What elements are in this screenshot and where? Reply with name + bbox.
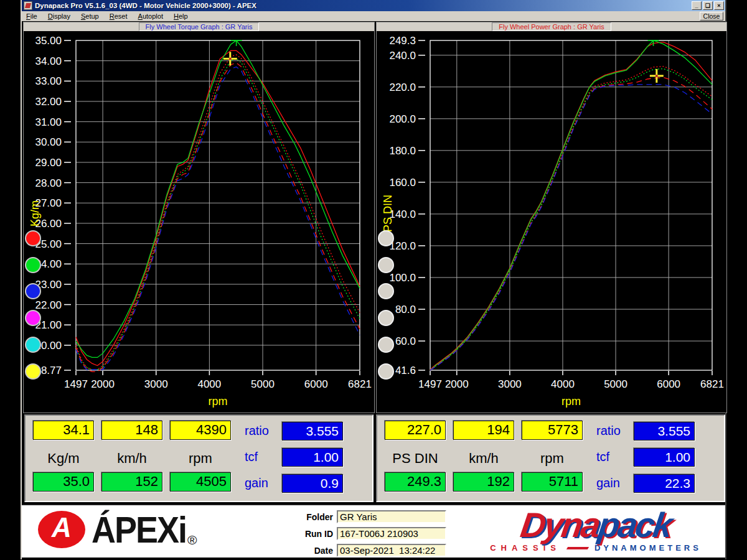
date-label: Date — [289, 546, 333, 556]
run-color-button-2[interactable] — [378, 257, 394, 273]
torque-graph-panel: Fly Wheel Torque Graph : GR Yaris 35.003… — [23, 22, 375, 413]
close-window-button[interactable]: × — [714, 1, 724, 10]
svg-text:4000: 4000 — [197, 378, 221, 390]
power-readout-panel: 227.0 194 5773 PS DIN km/h rpm 249.3 192… — [376, 414, 725, 502]
svg-text:6821: 6821 — [348, 378, 372, 390]
run-color-button-3[interactable] — [25, 283, 41, 299]
apexi-mark-icon: A — [38, 511, 85, 548]
power-run-color-buttons — [378, 22, 397, 413]
ratio-value: 3.555 — [282, 422, 343, 441]
svg-text:3000: 3000 — [498, 378, 522, 390]
run-color-button-1[interactable] — [378, 230, 394, 246]
menu-help[interactable]: Help — [169, 11, 192, 21]
minimize-button[interactable]: _ — [692, 1, 702, 10]
power-graph-panel: Fly Wheel Power Graph : GR Yaris 249.324… — [376, 22, 727, 413]
dynapack-dynamometers-text: DYNAMOMETERS — [594, 543, 702, 553]
menu-autoplot[interactable]: Autoplot — [134, 11, 167, 21]
rpm-unit-label: rpm — [170, 450, 231, 467]
torque-run-color-buttons — [25, 22, 44, 413]
run-color-button-5[interactable] — [25, 337, 41, 353]
run-id-input[interactable] — [337, 527, 446, 540]
dynapack-word-pack: pack — [596, 505, 673, 544]
speed-peak-value: 192 — [453, 472, 514, 492]
run-color-button-3[interactable] — [378, 283, 394, 299]
svg-text:6000: 6000 — [657, 378, 680, 390]
restore-button[interactable]: ❏ — [703, 1, 713, 10]
svg-text:1497: 1497 — [64, 378, 88, 390]
menu-file[interactable]: File — [22, 11, 42, 21]
tcf-label: tcf — [596, 450, 609, 464]
menu-reset[interactable]: Reset — [105, 11, 132, 21]
close-button[interactable]: Close — [700, 12, 723, 21]
run-info-fields: Folder Run ID Date — [289, 505, 451, 558]
window-title: Dynapack Pro V5.1.6_03 (4WD - Motor Vehi… — [35, 0, 256, 11]
readout-row: 34.1 148 4390 Kg/m km/h rpm 35.0 152 450… — [22, 414, 725, 504]
speed-unit-label: km/h — [101, 450, 162, 467]
power-peak-value: 249.3 — [385, 472, 446, 492]
dynapack-divider — [566, 547, 589, 549]
tcf-value: 1.00 — [282, 448, 343, 467]
tcf-value: 1.00 — [634, 448, 695, 467]
power-cursor-value: 227.0 — [385, 421, 446, 440]
svg-text:3000: 3000 — [144, 378, 168, 390]
power-graph-title: Fly Wheel Power Graph : GR Yaris — [377, 22, 726, 31]
svg-text:60.0: 60.0 — [395, 335, 416, 347]
rpm-cursor-value: 4390 — [170, 421, 231, 440]
svg-text:6821: 6821 — [700, 378, 724, 390]
torque-readout-panel: 34.1 148 4390 Kg/m km/h rpm 35.0 152 450… — [24, 414, 374, 502]
gain-label: gain — [245, 476, 268, 490]
graphs-area: Fly Wheel Torque Graph : GR Yaris 35.003… — [22, 21, 725, 414]
svg-text:rpm: rpm — [561, 395, 581, 408]
power-unit-label: PS DIN — [385, 450, 446, 467]
speed-cursor-value: 194 — [453, 421, 514, 440]
ratio-label: ratio — [245, 424, 269, 438]
screen: Dynapack Pro V5.1.6_03 (4WD - Motor Vehi… — [0, 0, 747, 560]
run-color-button-1[interactable] — [25, 230, 41, 246]
torque-plot[interactable]: 35.0034.0033.0032.0031.0030.0029.0028.00… — [24, 32, 374, 413]
run-color-button-5[interactable] — [378, 337, 394, 353]
dynapack-logo: Dynapack CHASSIS DYNAMOMETERS — [474, 508, 718, 553]
power-plot[interactable]: 249.3240.0220.0200.0180.0160.0140.0120.0… — [377, 32, 726, 413]
title-bar: Dynapack Pro V5.1.6_03 (4WD - Motor Vehi… — [22, 0, 725, 11]
torque-graph-title: Fly Wheel Torque Graph : GR Yaris — [24, 22, 374, 31]
rpm-peak-value: 5711 — [522, 472, 583, 492]
svg-text:5000: 5000 — [604, 378, 627, 390]
run-color-button-4[interactable] — [378, 310, 394, 326]
registered-mark: ® — [187, 533, 197, 548]
menu-display[interactable]: Display — [44, 11, 75, 21]
run-color-button-2[interactable] — [25, 257, 41, 273]
app-icon — [24, 1, 32, 10]
svg-text:41.6: 41.6 — [395, 365, 416, 376]
gain-value: 0.9 — [282, 474, 343, 493]
torque-cursor-value: 34.1 — [33, 421, 94, 440]
run-id-label: Run ID — [289, 529, 333, 539]
ratio-value: 3.555 — [634, 422, 695, 441]
svg-text:1497: 1497 — [418, 378, 442, 390]
svg-text:rpm: rpm — [209, 395, 228, 408]
folder-label: Folder — [289, 512, 333, 522]
gain-label: gain — [596, 476, 620, 490]
torque-unit-label: Kg/m — [33, 450, 94, 467]
footer: A ÁPEXi ® Folder Run ID Date Dynapack CH… — [22, 504, 725, 558]
svg-text:4000: 4000 — [551, 378, 575, 390]
menu-bar: File Display Setup Reset Autoplot Help C… — [22, 11, 725, 22]
apexi-logo: A ÁPEXi ® — [38, 510, 197, 549]
svg-text:80.0: 80.0 — [395, 304, 416, 315]
gain-value: 22.3 — [634, 474, 695, 493]
run-color-button-6[interactable] — [378, 363, 394, 380]
folder-input[interactable] — [337, 510, 446, 523]
rpm-unit-label: rpm — [522, 450, 583, 467]
ratio-label: ratio — [596, 424, 621, 438]
svg-text:6000: 6000 — [304, 378, 328, 390]
run-color-button-6[interactable] — [25, 363, 41, 380]
speed-cursor-value: 148 — [101, 421, 162, 440]
rpm-peak-value: 4505 — [170, 472, 231, 492]
rpm-cursor-value: 5773 — [522, 421, 583, 440]
date-input[interactable] — [337, 544, 446, 557]
run-color-button-4[interactable] — [25, 310, 41, 326]
dynapack-chassis-text: CHASSIS — [490, 543, 561, 553]
menu-setup[interactable]: Setup — [77, 11, 103, 21]
apexi-logo-text: ÁPEXi — [92, 509, 186, 551]
torque-peak-value: 35.0 — [33, 472, 94, 492]
app-window: Dynapack Pro V5.1.6_03 (4WD - Motor Vehi… — [21, 0, 726, 559]
